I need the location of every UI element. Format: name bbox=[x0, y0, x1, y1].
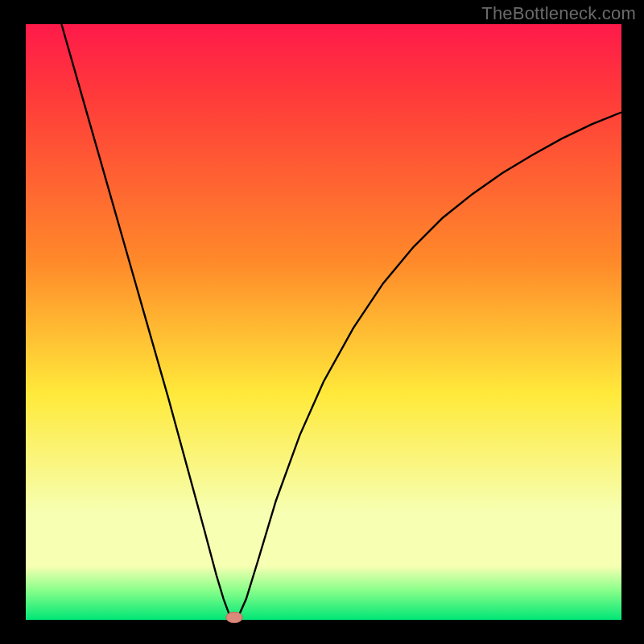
watermark-text: TheBottleneck.com bbox=[481, 3, 636, 24]
plot-background bbox=[26, 24, 621, 620]
bottleneck-chart bbox=[0, 0, 644, 644]
optimal-point-marker bbox=[226, 612, 243, 622]
chart-frame: TheBottleneck.com bbox=[0, 0, 644, 644]
